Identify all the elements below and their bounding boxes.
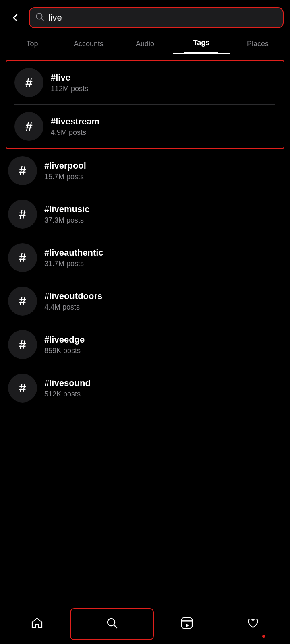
- tag-item-livestream[interactable]: # #livestream 4.9M posts: [6, 105, 284, 148]
- likes-notification-dot: [262, 635, 265, 638]
- tag-posts-livestream: 4.9M posts: [51, 128, 99, 137]
- tag-posts-liveedge: 859K posts: [44, 347, 85, 355]
- tab-bar: Top Accounts Audio Tags Places: [0, 33, 290, 54]
- tag-posts-liveauthentic: 31.7M posts: [44, 260, 104, 268]
- tag-icon-livemusic: #: [8, 200, 37, 229]
- nav-search[interactable]: [70, 608, 154, 640]
- tag-item-liveauthentic[interactable]: # #liveauthentic 31.7M posts: [0, 236, 290, 279]
- search-bar[interactable]: live: [29, 7, 284, 28]
- svg-line-1: [41, 18, 44, 21]
- tag-info-livestream: #livestream 4.9M posts: [51, 116, 99, 137]
- tag-icon-liverpool: #: [8, 156, 37, 185]
- search-nav-icon: [105, 616, 119, 632]
- header: live: [0, 0, 290, 33]
- tag-list: # #live 112M posts # #livestream 4.9M po…: [0, 60, 290, 410]
- reels-icon: [180, 616, 194, 632]
- back-icon: [10, 12, 21, 23]
- tag-icon-livestream: #: [14, 112, 44, 141]
- nav-home[interactable]: [4, 608, 70, 640]
- tag-icon-liveoutdoors: #: [8, 287, 37, 316]
- tag-posts-liverpool: 15.7M posts: [44, 173, 86, 181]
- highlighted-tags-section: # #live 112M posts # #livestream 4.9M po…: [6, 60, 284, 149]
- tag-item-liverpool[interactable]: # #liverpool 15.7M posts: [0, 149, 290, 192]
- tag-item-liveedge[interactable]: # #liveedge 859K posts: [0, 323, 290, 366]
- bottom-spacer: [0, 410, 290, 450]
- tag-name-livestream: #livestream: [51, 116, 99, 127]
- search-input-value: live: [48, 12, 62, 23]
- tag-name-liverpool: #liverpool: [44, 161, 86, 171]
- tag-icon-livesound: #: [8, 374, 37, 402]
- tag-icon-live: #: [14, 68, 44, 97]
- tag-info-live: #live 112M posts: [51, 72, 88, 93]
- nav-likes[interactable]: [220, 608, 286, 640]
- tag-icon-liveedge: #: [8, 330, 37, 359]
- tag-name-livemusic: #livemusic: [44, 204, 90, 215]
- nav-reels[interactable]: [154, 608, 220, 640]
- tab-accounts[interactable]: Accounts: [60, 34, 117, 54]
- tab-top[interactable]: Top: [4, 34, 60, 54]
- tag-posts-livemusic: 37.3M posts: [44, 216, 90, 225]
- tag-name-live: #live: [51, 72, 88, 83]
- home-icon: [30, 616, 44, 632]
- tag-name-livesound: #livesound: [44, 378, 91, 388]
- tag-name-liveedge: #liveedge: [44, 334, 85, 345]
- search-icon: [35, 12, 44, 23]
- tag-item-live[interactable]: # #live 112M posts: [6, 61, 284, 104]
- tag-name-liveauthentic: #liveauthentic: [44, 248, 104, 258]
- likes-icon: [246, 616, 260, 632]
- tag-posts-liveoutdoors: 4.4M posts: [44, 303, 102, 312]
- tag-icon-liveauthentic: #: [8, 243, 37, 272]
- bottom-nav: [0, 608, 290, 644]
- back-button[interactable]: [6, 9, 24, 27]
- tab-places[interactable]: Places: [230, 34, 286, 54]
- tag-item-livesound[interactable]: # #livesound 512K posts: [0, 366, 290, 410]
- tag-posts-live: 112M posts: [51, 85, 88, 93]
- tab-tags[interactable]: Tags: [173, 33, 230, 54]
- svg-marker-7: [186, 623, 189, 627]
- tag-name-liveoutdoors: #liveoutdoors: [44, 291, 102, 301]
- tag-item-liveoutdoors[interactable]: # #liveoutdoors 4.4M posts: [0, 279, 290, 323]
- svg-line-3: [114, 625, 117, 628]
- tag-posts-livesound: 512K posts: [44, 390, 91, 398]
- tag-item-livemusic[interactable]: # #livemusic 37.3M posts: [0, 192, 290, 236]
- tab-audio[interactable]: Audio: [117, 34, 173, 54]
